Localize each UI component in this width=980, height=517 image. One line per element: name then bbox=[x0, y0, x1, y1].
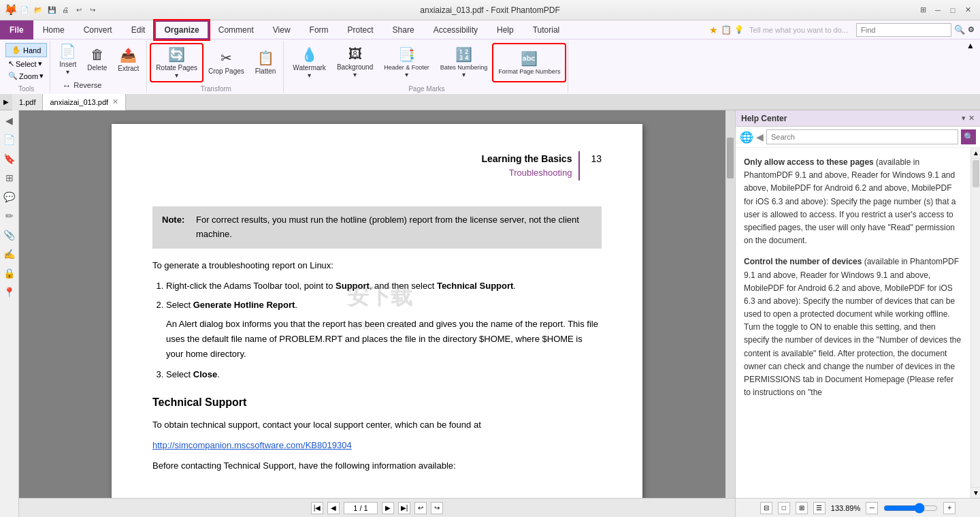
nav-return-btn[interactable]: ↩ bbox=[414, 502, 427, 514]
tab-1pdf[interactable]: 1.pdf bbox=[12, 94, 43, 110]
maximize-btn[interactable]: □ bbox=[946, 3, 960, 17]
favorites-icon[interactable]: ★ bbox=[709, 25, 718, 35]
undo-icon[interactable]: ↩ bbox=[74, 5, 84, 16]
zoom-button[interactable]: 🔍 Zoom ▾ bbox=[5, 70, 47, 82]
help-section2-text: (available in PhantomPDF 9.1 and above, … bbox=[744, 257, 961, 397]
hf-double-btn[interactable]: ⊞ bbox=[796, 502, 808, 514]
zoom-slider[interactable] bbox=[883, 503, 938, 514]
new-icon[interactable]: 📄 bbox=[19, 5, 30, 16]
select-button[interactable]: ↖ Select ▾ bbox=[5, 58, 47, 69]
home-menu[interactable]: Home bbox=[33, 20, 74, 40]
edit-menu[interactable]: Edit bbox=[122, 20, 155, 40]
vertical-scrollbar[interactable] bbox=[725, 110, 735, 498]
find-input[interactable] bbox=[856, 23, 951, 37]
organize-menu[interactable]: Organize bbox=[154, 20, 208, 40]
panel-close-btn[interactable]: ✕ bbox=[968, 114, 975, 123]
find-options[interactable]: ⚙ bbox=[968, 25, 975, 34]
nav-last-btn[interactable]: ▶| bbox=[398, 502, 410, 514]
background-button[interactable]: 🖼 Background ▾ bbox=[332, 44, 378, 81]
help-section1-title: Only allow access to these pages bbox=[744, 157, 874, 167]
save-icon[interactable]: 💾 bbox=[46, 5, 57, 16]
flatten-button[interactable]: 📋 Flatten bbox=[250, 44, 281, 81]
share-menu[interactable]: Share bbox=[383, 20, 424, 40]
tell-me: 💡 bbox=[734, 25, 744, 34]
help-menu[interactable]: Help bbox=[487, 20, 523, 40]
layers-icon[interactable]: ⊞ bbox=[2, 170, 17, 185]
ribbon-collapse[interactable]: ▲ bbox=[966, 41, 975, 50]
reverse-button[interactable]: ↔ Reverse bbox=[57, 78, 144, 93]
zoom-value: 133.89% bbox=[831, 504, 860, 512]
tab-close-btn[interactable]: ✕ bbox=[112, 97, 118, 106]
crop-pages-button[interactable]: ✂ Crop Pages bbox=[203, 44, 249, 81]
help-scroll-down[interactable]: ▼ bbox=[971, 487, 980, 498]
history-icon[interactable]: 📋 bbox=[721, 25, 732, 35]
nav-prev-btn[interactable]: ◀ bbox=[327, 502, 340, 514]
hf-scroll-btn[interactable]: ☰ bbox=[813, 502, 826, 514]
comment-icon[interactable]: 💬 bbox=[2, 189, 17, 204]
insert-button[interactable]: 📄 Insert ▾ bbox=[54, 41, 81, 78]
print-icon[interactable]: 🖨 bbox=[60, 5, 71, 16]
zoom-out-btn[interactable]: ─ bbox=[866, 502, 878, 514]
help-center-panel: Help Center ▾ ✕ 🌐 ◀ 🔍 Only allow access … bbox=[735, 110, 980, 517]
extract-icon: 📤 bbox=[120, 47, 137, 63]
zoom-in-btn[interactable]: + bbox=[943, 502, 956, 514]
transform-label: Transform bbox=[151, 85, 280, 93]
app-logo: 🦊 bbox=[5, 5, 16, 16]
pages-group: 📄 Insert ▾ 🗑 Delete 📤 Extract ↔ Reverse … bbox=[52, 41, 147, 93]
page-input[interactable] bbox=[344, 502, 378, 514]
header-footer-button[interactable]: 📑 Header & Footer ▾ bbox=[379, 44, 434, 81]
hand-button[interactable]: ✋ Hand bbox=[5, 43, 47, 57]
globe-icon[interactable]: 🌐 bbox=[740, 131, 753, 144]
hf-page-view-btn[interactable]: ⊟ bbox=[760, 502, 772, 514]
help-search-button[interactable]: 🔍 bbox=[961, 129, 976, 144]
hand-select-zoom: ✋ Hand ↖ Select ▾ 🔍 Zoom ▾ bbox=[5, 43, 47, 82]
help-section2-title: Control the number of devices bbox=[744, 257, 862, 266]
nav-first-btn[interactable]: |◀ bbox=[311, 502, 323, 514]
nav-next-btn[interactable]: ▶ bbox=[382, 502, 394, 514]
hf-single-btn[interactable]: □ bbox=[778, 502, 790, 514]
doc-header-title: Learning the Basics bbox=[481, 151, 572, 166]
comment-menu[interactable]: Comment bbox=[209, 20, 263, 40]
view-menu[interactable]: View bbox=[263, 20, 300, 40]
help-scroll-up[interactable]: ▲ bbox=[971, 148, 980, 159]
reverse-icon: ↔ bbox=[62, 80, 71, 91]
annotation-icon[interactable]: ✏ bbox=[2, 208, 17, 223]
close-btn[interactable]: ✕ bbox=[961, 3, 975, 17]
open-icon[interactable]: 📂 bbox=[33, 5, 44, 16]
page-thumbnail-icon[interactable]: 📄 bbox=[2, 132, 17, 147]
bates-numbering-button[interactable]: 🔢 Bates Numbering ▾ bbox=[436, 44, 493, 81]
watermark-button[interactable]: 💧 Watermark ▾ bbox=[288, 44, 331, 81]
sidebar-expand-icon[interactable]: ◀ bbox=[2, 113, 17, 128]
help-section1: Only allow access to these pages (availa… bbox=[744, 156, 962, 247]
form-menu[interactable]: Form bbox=[300, 20, 338, 40]
help-search-input[interactable] bbox=[766, 129, 958, 144]
support-link[interactable]: http://simcompanion.mscsoftware.com/KB80… bbox=[152, 440, 352, 450]
tab-anxiaizai[interactable]: anxiaizai_013.pdf ✕ bbox=[43, 94, 126, 110]
scrollbar-thumb[interactable] bbox=[727, 138, 734, 178]
tutorial-menu[interactable]: Tutorial bbox=[523, 20, 570, 40]
attach-icon[interactable]: 📎 bbox=[2, 228, 17, 242]
restore-btn[interactable]: ⊞ bbox=[916, 3, 930, 17]
file-menu[interactable]: File bbox=[0, 20, 33, 40]
redo-icon[interactable]: ↪ bbox=[87, 5, 98, 16]
nav-forward-btn[interactable]: ↪ bbox=[431, 502, 443, 514]
security-icon[interactable]: 🔒 bbox=[2, 266, 17, 281]
extract-button[interactable]: 📤 Extract bbox=[113, 41, 144, 78]
delete-button[interactable]: 🗑 Delete bbox=[82, 41, 112, 78]
convert-menu[interactable]: Convert bbox=[74, 20, 122, 40]
document-scroll[interactable]: Learning the Basics Troubleshooting 13 N… bbox=[19, 110, 735, 498]
minimize-btn[interactable]: ─ bbox=[931, 3, 945, 17]
find-icon[interactable]: 🔍 bbox=[954, 25, 965, 35]
sidebar-collapse-btn[interactable]: ▶ bbox=[0, 94, 12, 110]
panel-collapse-btn[interactable]: ▾ bbox=[962, 114, 966, 123]
back-icon[interactable]: ◀ bbox=[756, 131, 764, 142]
rotate-pages-button[interactable]: 🔄 Rotate Pages ▾ bbox=[151, 44, 202, 81]
accessibility-menu[interactable]: Accessibility bbox=[424, 20, 487, 40]
help-scrollbar[interactable]: ▲ ▼ bbox=[970, 148, 980, 498]
location-icon[interactable]: 📍 bbox=[2, 285, 17, 300]
help-scroll-thumb[interactable] bbox=[973, 160, 979, 187]
format-page-numbers-button[interactable]: 🔤 Format Page Numbers bbox=[493, 44, 565, 81]
signature-icon[interactable]: ✍ bbox=[2, 247, 17, 262]
bookmark-icon[interactable]: 🔖 bbox=[2, 151, 17, 166]
protect-menu[interactable]: Protect bbox=[338, 20, 383, 40]
